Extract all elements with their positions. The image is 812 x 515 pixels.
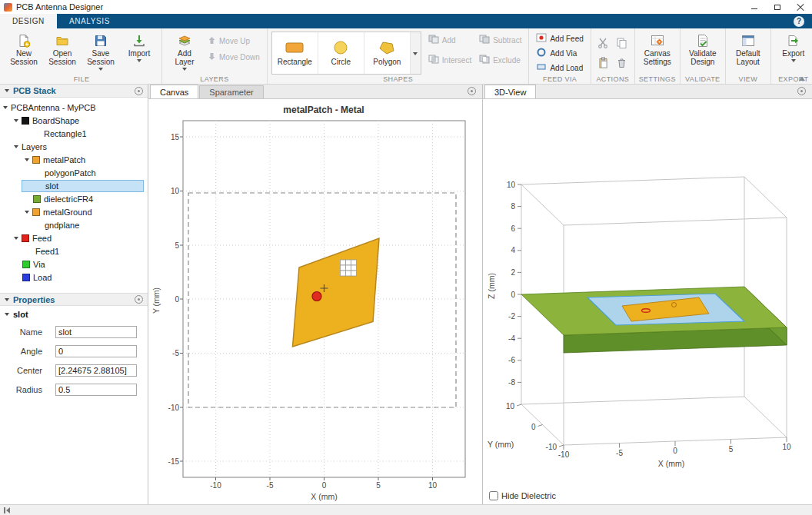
tab-design[interactable]: DESIGN (0, 14, 57, 28)
collapse-ribbon-icon[interactable] (799, 77, 805, 81)
move-up-icon (208, 36, 216, 46)
add-via-icon (536, 47, 547, 59)
tree-item-feed1[interactable]: Feed1 (0, 244, 148, 258)
x-tick-label: 0 (322, 481, 327, 490)
rectangle-label: Rectangle (278, 58, 312, 66)
tree-item-rectangle1[interactable]: Rectangle1 (0, 127, 148, 140)
help-icon[interactable]: ? (794, 16, 804, 27)
tree-item-boardshape[interactable]: BoardShape (0, 114, 148, 127)
x-tick-label: -10 (558, 450, 570, 459)
group-label-validate: VALIDATE (681, 75, 725, 83)
open-session-button[interactable]: Open Session (44, 31, 81, 68)
tree-item-via[interactable]: Via (0, 258, 148, 271)
ribbon-group-file: New Session Open Session Save Session Im… (2, 28, 162, 84)
minimize-button[interactable] (743, 0, 766, 14)
ribbon-group-layers: Add Layer Move Up Move Down LAYERS (162, 28, 268, 84)
canvas-2d-plot[interactable]: metalPatch - Metal -10 -5 0 5 10 15 10 5… (148, 99, 482, 504)
new-session-button[interactable]: New Session (5, 31, 42, 68)
rectangle-shape-button[interactable]: Rectangle (272, 32, 318, 74)
add-layer-button[interactable]: Add Layer (166, 31, 203, 73)
dropdown-caret-icon (98, 68, 103, 71)
polygon-shape-button[interactable]: Polygon (364, 32, 411, 74)
hide-dielectric-checkbox[interactable] (489, 491, 498, 500)
tree-item-gndplane[interactable]: gndplane (0, 218, 148, 231)
feed-marker[interactable] (312, 292, 321, 301)
save-session-button[interactable]: Save Session (82, 31, 119, 73)
chevron-down-icon[interactable] (25, 158, 29, 161)
collapse-left-panel-icon[interactable] (4, 507, 10, 513)
tree-item-load[interactable]: Load (0, 271, 148, 284)
tree-item-label: polygonPatch (45, 168, 96, 178)
chevron-down-icon[interactable] (25, 211, 29, 214)
new-session-label: New Session (7, 49, 41, 66)
canvas-tab-bar: Canvas Sparameter (148, 85, 482, 99)
maximize-button[interactable] (766, 0, 789, 14)
tree-item-dielectricfr4[interactable]: dielectricFR4 (0, 192, 148, 205)
canvas-settings-button[interactable]: Canvas Settings (639, 31, 676, 68)
z-tick-label: -8 (508, 378, 515, 387)
center-field[interactable] (55, 364, 137, 377)
chevron-down-icon[interactable] (14, 119, 18, 122)
paste-button[interactable] (595, 54, 612, 72)
panel-options-icon[interactable] (797, 87, 806, 95)
import-button[interactable]: Import (121, 31, 158, 65)
tree-item-slot[interactable]: slot (0, 179, 148, 192)
export-button[interactable]: Export (775, 31, 812, 65)
radius-field[interactable] (55, 384, 137, 396)
boolean-subtract-button[interactable]: Subtract (476, 33, 524, 47)
tree-item-pcbantenna[interactable]: PCBAntenna - MyPCB (0, 101, 148, 114)
y-tick-marks (517, 404, 564, 447)
tree-item-layers[interactable]: Layers (0, 140, 148, 153)
tree-item-label: metalGround (43, 208, 92, 217)
tab-3d-view[interactable]: 3D-View (484, 85, 536, 98)
shapes-gallery-dropdown[interactable] (411, 32, 421, 74)
circle-icon (333, 41, 348, 56)
chevron-down-icon[interactable] (3, 106, 8, 109)
close-button[interactable] (789, 0, 812, 14)
move-up-button[interactable]: Move Up (205, 34, 263, 48)
chevron-down-icon[interactable] (14, 237, 18, 240)
ribbon-group-export: Export EXPORT (771, 28, 812, 84)
tree-item-polygonpatch[interactable]: polygonPatch (0, 166, 148, 179)
view3d-plot[interactable]: 10 8 6 4 2 0 -2 -4 -6 -8 10 0 -10 -10 -5… (483, 99, 811, 504)
validate-design-button[interactable]: Validate Design (684, 31, 721, 68)
y-tick-label: 5 (175, 241, 179, 250)
properties-title: Properties (13, 295, 131, 304)
cut-button[interactable] (595, 34, 612, 52)
hide-dielectric-control: Hide Dielectric (489, 491, 556, 500)
boolean-add-button[interactable]: Add (425, 33, 474, 47)
copy-button[interactable] (614, 34, 631, 52)
copy-icon (616, 37, 627, 50)
panel-options-icon[interactable] (135, 87, 143, 95)
delete-button[interactable] (614, 54, 631, 72)
default-layout-button[interactable]: Default Layout (730, 31, 767, 68)
properties-header[interactable]: Properties (0, 293, 148, 306)
tree-item-metalpatch[interactable]: metalPatch (0, 153, 148, 166)
new-session-icon (17, 33, 31, 48)
name-field[interactable] (55, 326, 137, 338)
y-tick-label: -5 (172, 349, 179, 357)
layer-color-swatch (22, 261, 30, 268)
move-down-icon (208, 52, 216, 62)
tab-canvas[interactable]: Canvas (150, 85, 198, 98)
pcb-stack-header[interactable]: PCB Stack (0, 85, 148, 98)
property-row-radius: Radius (0, 384, 148, 396)
circle-shape-button[interactable]: Circle (318, 32, 364, 74)
slot-selection-handles[interactable] (341, 260, 357, 276)
maximize-icon (774, 5, 780, 10)
tab-sparameter[interactable]: Sparameter (199, 85, 263, 98)
add-via-button[interactable]: Add Via (533, 46, 586, 60)
chevron-down-icon[interactable] (14, 145, 18, 148)
boolean-intersect-button[interactable]: Intersect (425, 53, 474, 67)
group-label-file: FILE (2, 75, 161, 83)
panel-options-icon[interactable] (468, 87, 476, 95)
tree-item-feed[interactable]: Feed (0, 231, 148, 244)
angle-field[interactable] (55, 345, 137, 357)
t tree-item-metalground[interactable]: metalGround (0, 205, 148, 218)
add-feed-button[interactable]: Add Feed (533, 32, 586, 45)
tab-analysis[interactable]: ANALYSIS (57, 14, 122, 28)
panel-options-icon[interactable] (135, 295, 143, 304)
add-load-button[interactable]: Add Load (533, 61, 586, 75)
move-down-button[interactable]: Move Down (205, 50, 263, 64)
boolean-exclude-button[interactable]: Exclude (476, 53, 524, 67)
